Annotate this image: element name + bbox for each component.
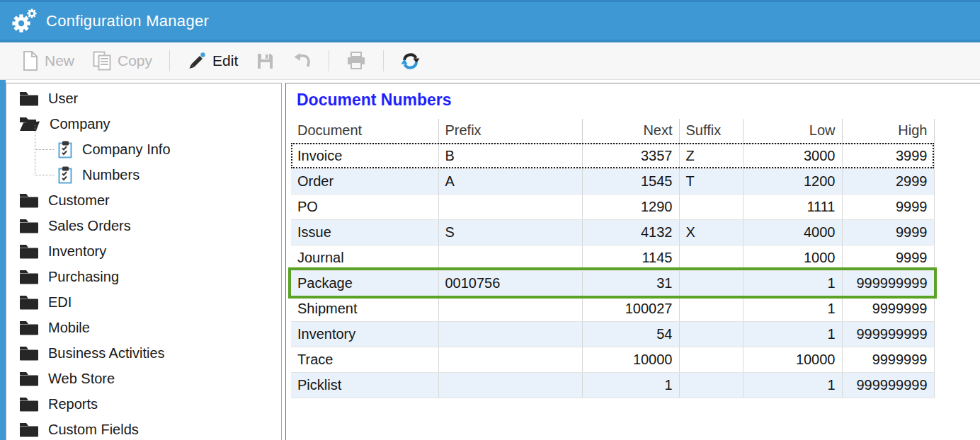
cell-prefix[interactable]: B	[438, 143, 582, 168]
cell-prefix[interactable]	[438, 245, 582, 270]
cell-document[interactable]: PO	[291, 194, 438, 219]
cell-prefix[interactable]	[438, 194, 582, 219]
cell-low[interactable]: 1000	[743, 245, 842, 270]
cell-prefix[interactable]: S	[438, 219, 582, 245]
column-header-document[interactable]: Document	[291, 119, 438, 143]
cell-suffix[interactable]	[679, 347, 743, 372]
cell-document[interactable]: Order	[291, 168, 438, 194]
cell-low[interactable]: 1	[743, 372, 842, 398]
table-row-po[interactable]: PO 1290 1111 9999	[291, 194, 934, 219]
column-header-high[interactable]: High	[842, 119, 934, 143]
sidebar-item-label: Sales Orders	[48, 218, 131, 234]
table-row-journal[interactable]: Journal 1145 1000 9999	[291, 245, 934, 270]
folder-closed-icon	[19, 320, 39, 335]
cell-suffix[interactable]	[679, 372, 743, 398]
cell-next[interactable]: 3357	[582, 143, 679, 168]
cell-next[interactable]: 10000	[582, 347, 679, 372]
cell-high[interactable]: 999999999	[842, 321, 934, 347]
sidebar-item-reports[interactable]: Reports	[6, 391, 281, 417]
table-row-inventory[interactable]: Inventory 54 1 999999999	[291, 321, 934, 347]
table-row-issue[interactable]: Issue S 4132 X 4000 9999	[291, 219, 934, 245]
cell-next[interactable]: 54	[582, 321, 679, 347]
cell-low[interactable]: 1111	[743, 194, 842, 219]
cell-high[interactable]: 999999999	[842, 372, 934, 398]
sidebar-item-inventory[interactable]: Inventory	[6, 238, 281, 264]
sidebar-item-business-activities[interactable]: Business Activities	[6, 340, 281, 366]
table-row-shipment[interactable]: Shipment 100027 1 9999999	[291, 296, 934, 321]
cell-low[interactable]: 1	[743, 270, 842, 296]
edit-button[interactable]: Edit	[180, 49, 245, 74]
cell-prefix[interactable]	[438, 372, 582, 398]
sidebar-item-user[interactable]: User	[6, 86, 281, 111]
cell-low[interactable]: 3000	[743, 143, 842, 168]
print-button[interactable]	[339, 49, 373, 73]
sidebar-item-purchasing[interactable]: Purchasing	[6, 264, 281, 289]
cell-low[interactable]: 4000	[743, 219, 842, 245]
sidebar-item-customer[interactable]: Customer	[6, 187, 281, 213]
cell-document[interactable]: Inventory	[291, 321, 438, 347]
cell-low[interactable]: 1200	[743, 168, 842, 194]
cell-next[interactable]: 1545	[582, 168, 679, 194]
sidebar-item-numbers[interactable]: Numbers	[6, 162, 281, 187]
cell-document[interactable]: Picklist	[291, 372, 438, 398]
cell-suffix[interactable]	[679, 296, 743, 321]
sidebar-item-sales-orders[interactable]: Sales Orders	[6, 213, 281, 238]
cell-next[interactable]: 1145	[582, 245, 679, 270]
sidebar-item-web-store[interactable]: Web Store	[6, 366, 281, 391]
copy-button[interactable]: Copy	[86, 48, 159, 74]
new-button[interactable]: New	[16, 48, 81, 74]
cell-next[interactable]: 1290	[582, 194, 679, 219]
cell-next[interactable]: 1	[582, 372, 679, 398]
cell-document[interactable]: Invoice	[291, 143, 438, 168]
undo-button[interactable]	[285, 50, 319, 73]
cell-next[interactable]: 4132	[582, 219, 679, 245]
table-row-trace[interactable]: Trace 10000 10000 9999999	[291, 347, 934, 372]
sidebar-item-edi[interactable]: EDI	[6, 289, 281, 315]
cell-prefix[interactable]: 0010756	[438, 270, 582, 296]
cell-suffix[interactable]	[679, 270, 743, 296]
cell-low[interactable]: 1	[743, 321, 842, 347]
cell-prefix[interactable]	[438, 347, 582, 372]
cell-high[interactable]: 9999	[842, 194, 934, 219]
column-header-next[interactable]: Next	[582, 119, 679, 143]
cell-document[interactable]: Trace	[291, 347, 438, 372]
cell-suffix[interactable]	[679, 194, 743, 219]
cell-high[interactable]: 9999	[842, 245, 934, 270]
table-row-invoice[interactable]: Invoice B 3357 Z 3000 3999	[291, 143, 934, 168]
cell-suffix[interactable]: X	[679, 219, 743, 245]
table-row-order[interactable]: Order A 1545 T 1200 2999	[291, 168, 934, 194]
cell-prefix[interactable]: A	[438, 168, 582, 194]
cell-suffix[interactable]: Z	[679, 143, 743, 168]
column-header-suffix[interactable]: Suffix	[679, 119, 743, 143]
cell-high[interactable]: 3999	[842, 143, 934, 168]
column-header-prefix[interactable]: Prefix	[438, 119, 582, 143]
cell-suffix[interactable]	[679, 321, 743, 347]
refresh-button[interactable]	[394, 49, 427, 74]
column-header-low[interactable]: Low	[743, 119, 842, 143]
cell-document[interactable]: Issue	[291, 219, 438, 245]
cell-prefix[interactable]	[438, 321, 582, 347]
sidebar-item-custom-fields[interactable]: Custom Fields	[6, 417, 281, 440]
cell-high[interactable]: 999999999	[842, 270, 934, 296]
sidebar-item-label: Company	[50, 116, 110, 132]
cell-next[interactable]: 100027	[582, 296, 679, 321]
cell-low[interactable]: 1	[743, 296, 842, 321]
table-row-package[interactable]: Package 0010756 31 1 999999999	[291, 270, 934, 296]
cell-low[interactable]: 10000	[743, 347, 842, 372]
cell-document[interactable]: Shipment	[291, 296, 438, 321]
cell-suffix[interactable]	[679, 245, 743, 270]
save-button[interactable]	[249, 50, 281, 73]
sidebar-item-mobile[interactable]: Mobile	[6, 315, 281, 340]
cell-document[interactable]: Journal	[291, 245, 438, 270]
folder-closed-icon	[19, 294, 39, 310]
cell-high[interactable]: 2999	[842, 168, 934, 194]
cell-suffix[interactable]: T	[679, 168, 743, 194]
cell-next[interactable]: 31	[582, 270, 679, 296]
cell-document[interactable]: Package	[291, 270, 438, 296]
cell-high[interactable]: 9999999	[842, 296, 934, 321]
cell-prefix[interactable]	[438, 296, 582, 321]
cell-high[interactable]: 9999	[842, 219, 934, 245]
table-row-picklist[interactable]: Picklist 1 1 999999999	[291, 372, 934, 398]
folder-closed-icon	[19, 371, 39, 386]
cell-high[interactable]: 9999999	[842, 347, 934, 372]
